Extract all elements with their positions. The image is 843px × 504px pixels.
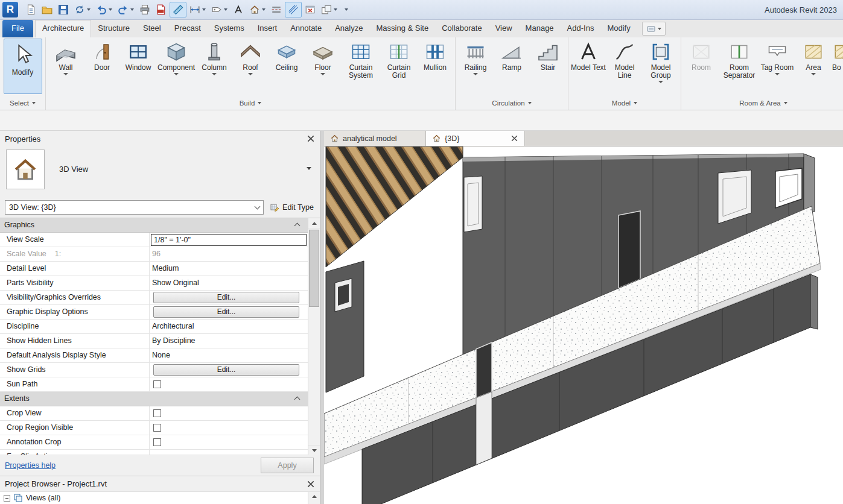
close-properties-icon[interactable]: [307, 134, 315, 143]
tab-systems[interactable]: Systems: [208, 20, 251, 37]
mullion-button[interactable]: Mullion: [417, 39, 453, 96]
tab-architecture[interactable]: Architecture: [35, 20, 91, 37]
scroll-down-button[interactable]: [308, 445, 320, 455]
property-value[interactable]: Medium Medium: [150, 262, 308, 276]
stair-button[interactable]: Stair: [530, 39, 566, 96]
edit-button[interactable]: Edit...: [153, 292, 299, 303]
modify-options-button[interactable]: [642, 22, 666, 36]
checkbox[interactable]: [153, 424, 161, 432]
dropdown-caret-icon[interactable]: [109, 8, 112, 11]
tab-view[interactable]: View: [489, 20, 519, 37]
dropdown-caret-icon[interactable]: [224, 8, 227, 11]
room-separator-button[interactable]: Room Separator: [719, 39, 759, 96]
tab-analyze[interactable]: Analyze: [328, 20, 369, 37]
properties-scrollbar[interactable]: [308, 218, 320, 455]
component-button[interactable]: Component: [156, 39, 196, 96]
undo-button[interactable]: [94, 2, 115, 17]
close-project-browser-icon[interactable]: [307, 480, 315, 488]
checkbox[interactable]: [153, 438, 161, 446]
model-group-button[interactable]: Model Group: [643, 39, 679, 96]
document-button[interactable]: [23, 2, 39, 17]
column-button[interactable]: Column: [196, 39, 232, 96]
wall-button[interactable]: Wall: [48, 39, 84, 96]
panel-label-circulation[interactable]: Circulation: [456, 96, 568, 110]
model-text-button[interactable]: Model Text: [570, 39, 606, 96]
view-tab-3d[interactable]: {3D}: [426, 131, 525, 146]
property-value[interactable]: Edit... Edit...: [150, 363, 308, 377]
property-value[interactable]: [150, 435, 308, 449]
tab-modify[interactable]: Modify: [600, 20, 637, 37]
tab-massing-site[interactable]: Massing & Site: [369, 20, 435, 37]
browser-scrollbar[interactable]: [308, 492, 320, 504]
checkbox[interactable]: [153, 380, 161, 388]
tab-manage[interactable]: Manage: [519, 20, 561, 37]
roof-button[interactable]: Roof: [232, 39, 269, 96]
property-value[interactable]: Show Original Show Original: [150, 276, 308, 290]
floor-button[interactable]: Floor: [305, 39, 341, 96]
area-boundary-partial-button[interactable]: Bo: [832, 39, 843, 96]
modify-button[interactable]: Modify: [4, 39, 42, 94]
tab-precast[interactable]: Precast: [168, 20, 208, 37]
view-tab-analytical-model[interactable]: analytical model: [324, 131, 426, 146]
property-value[interactable]: 96 96: [150, 247, 308, 261]
tab-structure[interactable]: Structure: [91, 20, 136, 37]
edit-button[interactable]: Edit...: [153, 306, 299, 318]
curtain-system-button[interactable]: Curtain System: [341, 39, 381, 96]
switch-windows-button[interactable]: [319, 2, 340, 17]
tab-collaborate[interactable]: Collaborate: [435, 20, 489, 37]
tab-file[interactable]: File: [2, 20, 33, 37]
measure-button[interactable]: [170, 2, 186, 17]
tab-insert[interactable]: Insert: [251, 20, 284, 37]
scrollbar-thumb[interactable]: [309, 230, 319, 307]
export-pdf-button[interactable]: [153, 2, 169, 17]
apply-button[interactable]: Apply: [261, 458, 314, 473]
redo-button[interactable]: [115, 2, 136, 17]
tree-item-views-all[interactable]: Views (all): [0, 491, 320, 504]
dropdown-caret-icon[interactable]: [87, 8, 91, 11]
type-combo[interactable]: 3D View: {3D}: [5, 200, 264, 215]
close-hidden-windows-button[interactable]: [302, 2, 318, 17]
default-3d-view-button[interactable]: [247, 2, 268, 17]
property-value[interactable]: Edit... Edit...: [150, 305, 308, 319]
dropdown-caret-icon[interactable]: [334, 8, 337, 11]
scroll-up-button[interactable]: [308, 218, 320, 228]
curtain-grid-button[interactable]: Curtain Grid: [381, 39, 417, 96]
close-view-icon[interactable]: [511, 134, 518, 142]
dropdown-caret-icon[interactable]: [345, 8, 348, 11]
property-value[interactable]: Architectural Architectural: [150, 320, 308, 333]
room-button[interactable]: Room: [683, 39, 719, 96]
ramp-button[interactable]: Ramp: [494, 39, 530, 96]
railing-button[interactable]: Railing: [457, 39, 494, 96]
tab-annotate[interactable]: Annotate: [284, 20, 328, 37]
property-value[interactable]: [150, 450, 308, 455]
print-button[interactable]: [137, 2, 153, 17]
tree-collapse-icon[interactable]: [4, 495, 10, 502]
panel-label-room-area[interactable]: Room & Area: [681, 96, 843, 110]
sync-button[interactable]: [72, 2, 93, 17]
open-button[interactable]: [39, 2, 55, 17]
tab-steel[interactable]: Steel: [136, 20, 168, 37]
panel-label-build[interactable]: Build: [46, 96, 455, 110]
ceiling-button[interactable]: Ceiling: [269, 39, 305, 96]
properties-help-link[interactable]: Properties help: [5, 461, 56, 470]
checkbox[interactable]: [153, 409, 161, 417]
property-value[interactable]: Edit... Edit...: [150, 291, 308, 304]
tag-room-button[interactable]: Tag Room: [759, 39, 795, 96]
property-value[interactable]: 1/8" = 1'-0" 1/8" = 1'-0": [150, 233, 308, 247]
property-value[interactable]: By Discipline By Discipline: [150, 334, 308, 348]
property-value[interactable]: [150, 421, 308, 435]
dropdown-caret-icon[interactable]: [262, 8, 266, 11]
save-button[interactable]: [56, 2, 71, 17]
door-button[interactable]: Door: [84, 39, 120, 96]
model-line-button[interactable]: Model Line: [606, 39, 643, 96]
thin-lines-button[interactable]: [285, 2, 302, 17]
panel-label-select[interactable]: Select: [0, 96, 45, 110]
dropdown-caret-icon[interactable]: [130, 8, 134, 11]
dropdown-caret-icon[interactable]: [202, 8, 206, 11]
customize-qat-button[interactable]: [340, 2, 351, 17]
edit-button[interactable]: Edit...: [153, 364, 299, 376]
property-value[interactable]: [150, 377, 308, 391]
chevron-down-icon[interactable]: [307, 167, 311, 170]
tag-by-category-button[interactable]: [209, 2, 230, 17]
panel-label-model[interactable]: Model: [568, 96, 681, 110]
